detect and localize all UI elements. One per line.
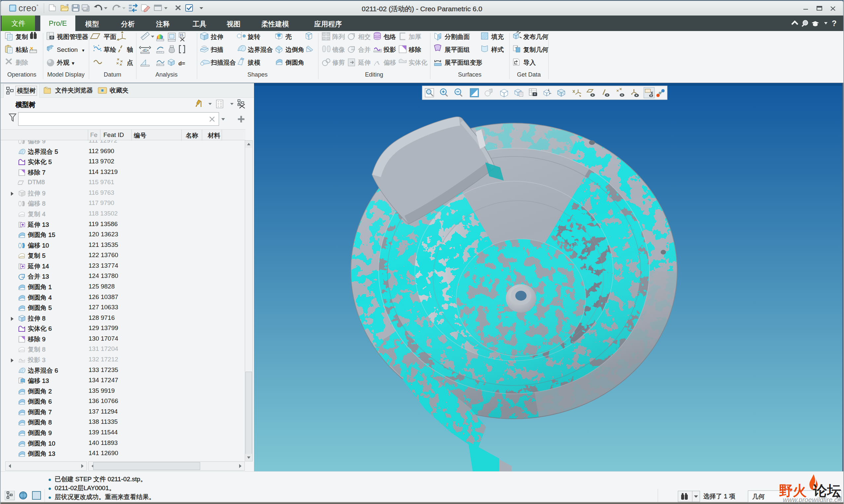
svg-text:×: × bbox=[619, 87, 622, 91]
svg-text:?: ? bbox=[832, 19, 837, 28]
svg-text:-d1+: -d1+ bbox=[142, 49, 149, 52]
svg-text:×: × bbox=[120, 62, 122, 67]
svg-text:×: × bbox=[616, 88, 619, 93]
svg-text:d=: d= bbox=[178, 60, 185, 67]
svg-text:15: 15 bbox=[179, 33, 183, 37]
svg-text:×: × bbox=[116, 61, 119, 66]
